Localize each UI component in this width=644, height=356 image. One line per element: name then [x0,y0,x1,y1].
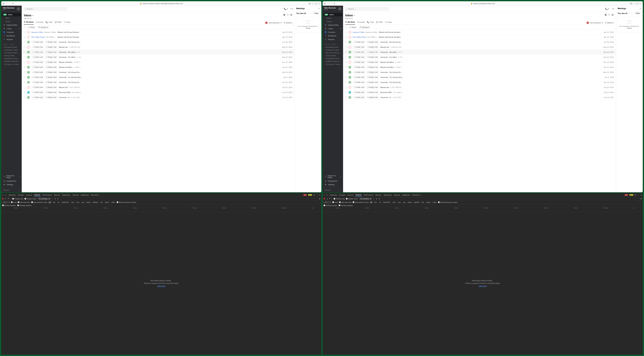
assign-lead-button[interactable]: ⚲Assign Lead [366,50,379,53]
create-lead-button[interactable]: +Create Lead [352,96,366,99]
row-checkbox[interactable] [24,61,26,63]
help-icon[interactable]: ? ▾ [290,8,293,10]
dt-tab-console[interactable]: Console [339,194,346,196]
row-checkbox[interactable] [345,86,347,88]
create-lead-button[interactable]: +Create Lead [31,81,44,84]
inbox-row[interactable]: +Create Lead ⚲Assign Lead Missed call (A… [343,65,616,70]
filter-input[interactable] [2,201,10,203]
inbox-row[interactable]: ▾ +Create Lead ⚲Assign Lead Missed call+… [22,45,294,50]
tb-icon[interactable]: ✧ [633,2,635,4]
row-checkbox[interactable] [24,46,26,48]
done-button[interactable]: ✓Done [27,26,36,29]
clear-icon[interactable]: ⊘ [326,198,328,200]
close-icon[interactable]: ✕ [318,7,320,9]
assign-lead-button[interactable]: ⚲Assign Lead [366,40,379,43]
back-icon[interactable]: ‹ [6,2,8,4]
assign-lead-button[interactable]: ⚲Assign Lead [366,96,379,99]
row-checkbox[interactable] [345,41,347,43]
record-icon[interactable] [2,198,4,200]
dt-tab-elements[interactable]: Elements [8,194,16,196]
create-lead-button[interactable]: +Create Lead [352,40,366,43]
row-checkbox[interactable] [345,91,347,93]
row-checkbox[interactable] [345,46,347,48]
filter-user[interactable]: Vitor Buzinaro▾ [586,21,603,24]
inbox-row[interactable]: +Create Lead ⚲Assign Lead Voicemail - 32… [343,70,616,75]
inbox-row[interactable]: +Create Lead ⚲Assign Lead Voicemail - 12… [343,80,616,85]
smart-view-5[interactable]: Qualified Leads (No 🔒) [323,60,343,63]
inbox-row[interactable]: +Create Lead ⚲Assign Lead Received SMSI … [343,90,616,95]
dt-tab-memory[interactable]: Memory [54,194,60,196]
prev-icon[interactable]: ‹ [629,12,630,14]
assign-lead-button[interactable]: ⚲Assign Lead [45,56,58,59]
tab-1[interactable]: ✉Emails [36,21,44,25]
search-input[interactable]: ⌕ Search... [23,7,67,11]
sb-inbox[interactable]: 680 Inbox [323,13,342,16]
cal-icon[interactable]: ▤ [290,13,292,16]
create-lead-button[interactable]: +Create Lead [352,76,366,79]
create-lead-button[interactable]: +Create Lead [31,50,44,53]
throttle-select[interactable]: No throttling [38,198,50,200]
assign-lead-button[interactable]: ⚲Assign Lead [45,86,58,89]
filter-type[interactable]: Font [76,201,80,203]
tb-icon[interactable]: ✧ [312,2,314,4]
dt-tab-elements[interactable]: Elements [330,194,337,196]
sb-nav-3[interactable]: ⤳ Workflows [323,34,342,37]
inbox-row[interactable]: ▾ +Create Lead ⚲Assign Lead Missed call+… [22,85,294,90]
blocked-opt[interactable]: Blocked requests [324,205,337,206]
tab-0[interactable]: ☰All Items [24,21,34,25]
inbox-row[interactable]: +Create Lead ⚲Assign Lead Voicemail - 35… [22,39,294,45]
row-lead[interactable]: Javesca Coffee, Javesca Coffee [31,31,56,33]
smart-view-4[interactable]: Potential and Potential 1 [323,57,343,60]
close-icon[interactable]: ✕ [640,7,641,9]
dt-tab-application[interactable]: Application [383,194,392,196]
phone-icon[interactable]: 📞 ▾ [284,8,288,10]
filter-type[interactable]: Manifest [413,201,420,203]
inbox-row[interactable]: +Create Lead ⚲Assign Lead Voicemail - 21… [343,55,616,60]
tb-icon[interactable]: ⊕ [636,2,638,4]
reload-icon[interactable]: ⟳ [12,2,14,4]
add-icon[interactable]: ⊕ [18,28,20,29]
tab-2[interactable]: 📞Calls [46,21,52,25]
assign-lead-button[interactable]: ⚲Assign Lead [366,56,379,59]
search-icon[interactable]: ⌕ [19,43,20,45]
assign-lead-button[interactable]: ⚲Assign Lead [366,61,379,64]
dt-tab-application[interactable]: Application [62,194,70,196]
sb-nav-3[interactable]: ⤳ Workflows [2,34,21,37]
next-icon[interactable]: › [310,12,310,14]
smart-view-6[interactable]: TSX test sv 4: email o... [323,63,343,66]
filter-opt[interactable]: Invert [332,201,338,203]
inbox-row[interactable]: +Create Lead ⚲Assign Lead Voicemail - 1s… [22,95,294,100]
sb-inbox[interactable]: 680 Inbox [2,13,21,16]
inbox-row[interactable]: ▾ Javesca Coffee, Javesca Coffee Missed … [22,30,294,35]
select-all-checkbox[interactable] [24,26,26,28]
dt-tab-performance[interactable]: Performance [42,194,52,196]
close-icon[interactable]: ✕ [640,194,642,196]
collapse[interactable]: Collapse⇤ [323,188,343,192]
create-lead-button[interactable]: +Create Lead [352,56,366,59]
filter-type[interactable]: Font [397,201,402,203]
filter-type[interactable]: Fetch/XHR [382,201,391,203]
tab-4[interactable]: ☑Tasks [385,21,392,25]
filter-user[interactable]: Vitor Buzinaro▾ [265,21,282,24]
learn-more-link[interactable]: Learn more [478,285,486,287]
create-lead-button[interactable]: +Create Lead [31,71,44,74]
smart-view-5[interactable]: Qualified Leads (No 🔒) [1,60,22,63]
learn-more-link[interactable]: Learn more [157,285,165,287]
create-lead-button[interactable]: +Create Lead [352,91,366,94]
snooze-button[interactable]: ⏱Snooze ▾ [37,26,49,29]
create-lead-button[interactable]: +Create Lead [352,71,366,74]
filter-type[interactable]: CSS [392,201,396,203]
filter-icon[interactable]: ⧩ [329,198,330,200]
dt-tab-security[interactable]: Security [72,194,79,196]
search-icon[interactable]: ⌕ [340,43,342,45]
disable-cache[interactable]: Disable cache [346,198,358,200]
sb-future[interactable]: Future [323,20,342,23]
assign-lead-button[interactable]: ⚲Assign Lead [45,45,58,48]
create-lead-button[interactable]: +Create Lead [31,40,44,43]
smart-view-3[interactable]: Thomas Dialer [323,54,343,57]
reload-icon[interactable]: ⟳ [333,2,336,4]
row-checkbox[interactable] [24,36,26,38]
row-checkbox[interactable] [24,96,26,98]
filter-type[interactable]: Other [111,201,116,203]
sb-done[interactable]: Done [2,16,21,20]
